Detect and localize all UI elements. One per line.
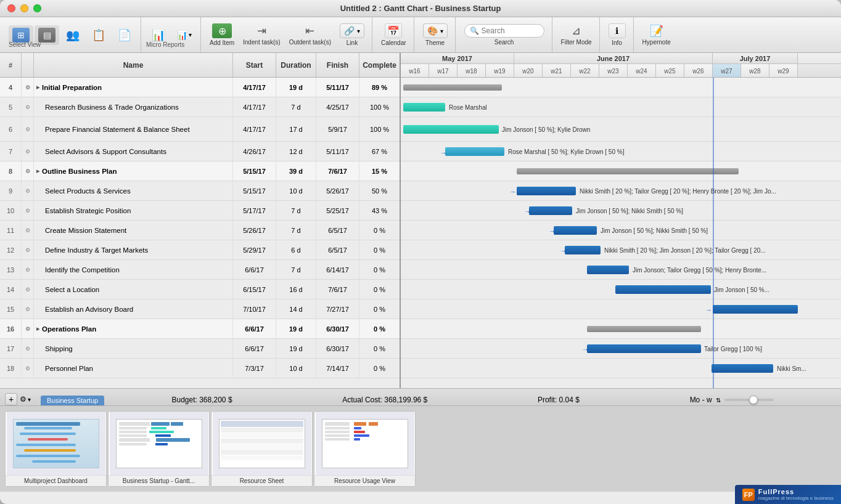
table-row[interactable]: 5 ⚙ Research Business & Trade Organizati…	[0, 97, 400, 117]
slider-thumb	[749, 396, 758, 404]
maximize-button[interactable]	[33, 4, 41, 12]
table-row[interactable]: 14 ⚙ Select a Location 6/15/17 16 d 7/6/…	[0, 280, 400, 299]
zoom-arrows[interactable]: ⇅	[716, 397, 721, 404]
cell-dur: 19 d	[276, 339, 316, 358]
outdent-button[interactable]: ⇤ Outdent task(s)	[285, 22, 335, 48]
gantt-row: Jim Jonson [ 50 %]; Kylie Drown	[401, 117, 841, 142]
cell-flag: ⚙	[22, 117, 34, 141]
cell-complete: 0 %	[359, 339, 400, 358]
add-item-button[interactable]: ⊕ Add Item	[206, 21, 238, 49]
cell-start: 4/17/17	[233, 97, 276, 116]
thumb-business-startup[interactable]: Business Startup - Gantt...	[108, 411, 210, 487]
filter-button[interactable]: ⊿ Filter Mode	[557, 22, 596, 48]
cell-num: 7	[0, 142, 22, 161]
calendar-view-button[interactable]: 📋	[86, 26, 111, 44]
table-body: 4 ⚙ ▸ Initial Preparation 4/17/17 19 d 5…	[0, 78, 400, 388]
cell-start: 5/15/17	[233, 181, 276, 200]
fullpress-watermark: FP FullPress magazine di tecnologia e bu…	[735, 485, 841, 492]
table-row[interactable]: 7 ⚙ Select Advisors & Support Consultant…	[0, 142, 400, 161]
info-label: Info	[612, 39, 622, 46]
window-title: Untitled 2 : Gantt Chart - Business Star…	[340, 4, 501, 13]
window-controls	[7, 4, 41, 12]
thumb-resource-usage[interactable]: Resource Usage View	[314, 411, 416, 487]
cell-flag: ⚙	[22, 221, 34, 240]
thumb-resource-sheet[interactable]: Resource Sheet	[211, 411, 313, 487]
active-tab[interactable]: Business Startup	[41, 396, 104, 405]
table-header: # Name Start Duration Finish Complete	[0, 53, 400, 78]
filter-group: ⊿ Filter Mode	[554, 17, 600, 52]
micro-reports-icon: 📊	[152, 28, 165, 42]
gantt-area: # Name Start Duration Finish Complete 4 …	[0, 53, 841, 388]
cell-dur: 7 d	[276, 97, 316, 116]
zoom-slider[interactable]	[724, 399, 774, 401]
gantt-row: Rose Marshal	[401, 97, 841, 117]
table-row[interactable]: 4 ⚙ ▸ Initial Preparation 4/17/17 19 d 5…	[0, 78, 400, 97]
hypernote-button[interactable]: 📝 Hypernote	[639, 22, 675, 48]
cell-dur: 7 d	[276, 221, 316, 240]
search-input[interactable]	[482, 26, 543, 35]
search-item: 🔍 Search	[461, 22, 548, 48]
cell-name: Establish Strategic Position	[34, 201, 233, 220]
cell-start: 7/10/17	[233, 299, 276, 319]
cell-start: 5/26/17	[233, 221, 276, 240]
gear-dropdown[interactable]: ⚙ ▾	[20, 395, 31, 404]
cell-start: 5/17/17	[233, 201, 276, 220]
reports-dropdown-button[interactable]: 📊▾	[172, 28, 197, 43]
thumb-business-label: Business Startup - Gantt...	[109, 475, 209, 486]
table-row[interactable]: 12 ⚙ Define Industry & Target Markets 5/…	[0, 240, 400, 260]
cell-start: 5/29/17	[233, 240, 276, 259]
micro-reports-group: 📊 📊▾ Micro Reports	[142, 17, 201, 52]
table-row[interactable]: 6 ⚙ Prepare Financial Statement & Balanc…	[0, 117, 400, 142]
calendar-group: 📅 Calendar	[374, 17, 414, 52]
gantt-bar-label: Jim Jonson [ 50 %]; Nikki Smith [ 50 %]	[601, 227, 708, 234]
link-button[interactable]: 🔗 ▾ Link	[336, 21, 368, 49]
cell-complete: 15 %	[359, 161, 400, 181]
calendar-icon: 📅	[385, 23, 402, 38]
link-icon: 🔗	[344, 26, 355, 36]
thumb-multiproject[interactable]: Multiproject Dashboard	[5, 411, 107, 487]
resource-view-button[interactable]: 👥	[60, 26, 85, 44]
cell-flag: ⚙	[22, 161, 34, 181]
week-w16: w16	[401, 64, 429, 78]
reports-dropdown-icon: 📊▾	[177, 30, 192, 40]
cell-complete: 43 %	[359, 201, 400, 220]
table-row[interactable]: 11 ⚙ Create Mission Statement 5/26/17 7 …	[0, 221, 400, 240]
gantt-bar-label: Nikki Smith [ 20 %]; Tailor Gregg [ 20 %…	[580, 187, 776, 194]
table-row[interactable]: 18 ⚙ Personnel Plan 7/3/17 10 d 7/14/17 …	[0, 359, 400, 378]
cell-finish: 6/30/17	[316, 339, 359, 358]
table-row[interactable]: 9 ⚙ Select Products & Services 5/15/17 1…	[0, 181, 400, 201]
cell-complete: 0 %	[359, 240, 400, 259]
theme-button[interactable]: 🎨 ▾ Theme	[419, 21, 451, 49]
gantt-bar	[615, 285, 711, 294]
table-row[interactable]: 17 ⚙ Shipping 6/6/17 19 d 6/30/17 0 %	[0, 339, 400, 359]
gantt-bar	[712, 364, 773, 373]
close-button[interactable]	[7, 4, 15, 12]
table-row[interactable]: 15 ⚙ Establish an Advisory Board 7/10/17…	[0, 299, 400, 319]
sheet-view-button[interactable]: 📄	[112, 26, 137, 44]
table-row[interactable]: 8 ⚙ ▸ Outline Business Plan 5/15/17 39 d…	[0, 161, 400, 181]
cell-finish: 7/6/17	[316, 280, 359, 299]
gantt-row	[401, 78, 841, 97]
gantt-row: Nikki Sm...	[401, 359, 841, 378]
cell-complete: 50 %	[359, 181, 400, 200]
calendar-button[interactable]: 📅 Calendar	[377, 21, 410, 49]
info-button[interactable]: ℹ Info	[605, 21, 630, 49]
add-item-icon: ⊕	[212, 23, 232, 38]
indent-button[interactable]: ⇥ Indent task(s)	[239, 22, 284, 48]
gantt-table: # Name Start Duration Finish Complete 4 …	[0, 53, 401, 388]
gantt-chart: May 2017 June 2017 July 2017 w16 w17 w18…	[401, 53, 841, 388]
cell-num: 17	[0, 339, 22, 358]
cell-complete: 0 %	[359, 299, 400, 319]
gantt-bar-label: Rose Marshal	[449, 104, 487, 110]
cell-finish: 4/25/17	[316, 97, 359, 116]
week-row: w16 w17 w18 w19 w20 w21 w22 w23 w24 w25 …	[401, 64, 841, 78]
table-row[interactable]: 13 ⚙ Identify the Competition 6/6/17 7 d…	[0, 260, 400, 280]
minimize-button[interactable]	[20, 4, 28, 12]
table-row[interactable]: 16 ⚙ ▸ Operations Plan 6/6/17 19 d 6/30/…	[0, 319, 400, 339]
week-w23: w23	[599, 64, 628, 78]
table-row[interactable]: 10 ⚙ Establish Strategic Position 5/17/1…	[0, 201, 400, 221]
cell-complete: 100 %	[359, 117, 400, 141]
cell-dur: 10 d	[276, 181, 316, 200]
search-box[interactable]: 🔍	[464, 24, 544, 38]
add-tab-button[interactable]: +	[5, 393, 17, 405]
